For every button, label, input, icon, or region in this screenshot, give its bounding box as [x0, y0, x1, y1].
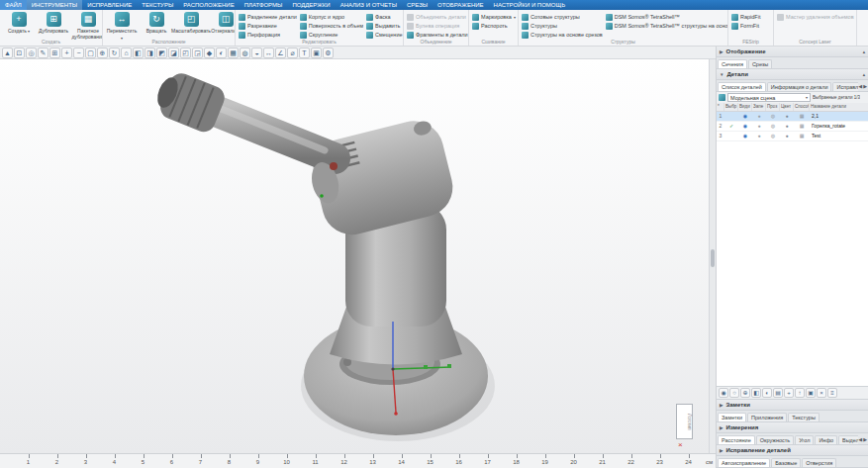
offset-button[interactable]: Смещение	[366, 31, 403, 39]
circle-select-icon[interactable]: ◎	[26, 47, 37, 58]
axis-handle[interactable]	[424, 365, 428, 369]
chamfer-button[interactable]: Фаска	[366, 13, 403, 21]
transparency-mode-icon[interactable]: ◍	[240, 47, 250, 58]
export-part-icon[interactable]: ↑	[795, 388, 805, 398]
tab[interactable]: Окружность	[756, 435, 794, 444]
3d-viewport[interactable]: Логотип ×	[0, 59, 709, 453]
honeycomb-structures-button[interactable]: Сотовые структуры	[522, 13, 603, 21]
section-header-display[interactable]: ▶ Отображение ▴	[717, 47, 868, 57]
tab[interactable]: Срезы	[748, 59, 772, 68]
menu-tab[interactable]: АНАЛИЗ И ОТЧЕТЫ	[336, 0, 402, 10]
tab[interactable]: Список деталей	[718, 82, 766, 91]
back-view-icon[interactable]: ◨	[145, 47, 155, 58]
tab[interactable]: Заметки	[718, 413, 746, 421]
section-header-measurements[interactable]: ▶ Измерения	[717, 422, 868, 433]
hide-parts-icon[interactable]: ○	[729, 388, 739, 398]
zoom-to-parts-icon[interactable]: ⊕	[740, 388, 750, 398]
measure-angle-icon[interactable]: ∠	[275, 47, 286, 58]
section-view-icon[interactable]: ◒	[251, 47, 262, 58]
text-annotation-icon[interactable]: T	[299, 47, 310, 58]
new-part-button[interactable]: + Создать ▾	[3, 11, 35, 35]
menu-tab[interactable]: СРЕЗЫ	[402, 0, 433, 10]
tab[interactable]: Текстуры	[788, 413, 820, 421]
menu-tab[interactable]: НАСТРОЙКИ И ПОМОЩЬ	[489, 0, 571, 10]
scrollbar-handle[interactable]	[711, 249, 715, 267]
tab[interactable]: Инфо	[815, 435, 837, 444]
split-part-button[interactable]: Разделение детали	[239, 13, 297, 21]
tab-scroll-right-icon[interactable]: ▶	[863, 82, 867, 91]
settings-icon[interactable]: ⚙	[323, 47, 334, 58]
measure-radius-icon[interactable]: ⌀	[287, 47, 298, 58]
label-button[interactable]: Маркировка▾	[472, 13, 516, 21]
part-color-icon[interactable]: ●	[780, 132, 794, 140]
add-part-icon[interactable]: +	[784, 388, 794, 398]
duplicate-button[interactable]: ⊞ Дублировать	[38, 11, 69, 34]
part-transparency-icon[interactable]: ◍	[766, 112, 780, 121]
tab[interactable]: Сечения	[718, 59, 747, 68]
part-lock-icon[interactable]: ●	[752, 112, 766, 121]
rapidfit-button[interactable]: RapidFit	[731, 13, 760, 21]
fit-view-icon[interactable]: ▢	[85, 47, 96, 58]
menu-tab[interactable]: ИСПРАВЛЕНИЕ	[82, 0, 137, 10]
part-row[interactable]: 3 ◉ ● ◍ ● ▦ Test	[717, 132, 868, 141]
duplicate-part-icon[interactable]: ▣	[806, 388, 816, 398]
boolean-button[interactable]: Булева операция	[407, 22, 468, 30]
tab[interactable]: Расстояние	[718, 435, 755, 444]
pan-view-icon[interactable]: ⊕	[97, 47, 108, 58]
mirror-button[interactable]: ◫ Отзеркалить	[210, 11, 236, 34]
part-select-checkbox[interactable]: ✓	[724, 122, 738, 131]
home-view-icon[interactable]: ⌂	[121, 47, 132, 58]
bottom-view-icon[interactable]: ◲	[192, 47, 203, 58]
part-visible-icon[interactable]: ◉	[738, 122, 752, 131]
menu-tab[interactable]: ПОДДЕРЖКИ	[287, 0, 335, 10]
section-header-parts[interactable]: ▼ Детали ▴	[717, 69, 868, 80]
tab[interactable]: Автоисправление	[718, 458, 770, 467]
tab-scroll-left-icon[interactable]: ◀	[858, 82, 862, 91]
batch-duplicate-button[interactable]: ▦ Пакетное дублирование	[72, 11, 103, 40]
menu-tab[interactable]: ПЛАТФОРМЫ	[240, 0, 288, 10]
measure-distance-icon[interactable]: ↔	[263, 47, 274, 58]
scene-dropdown[interactable]: Модельная сцена ▾	[727, 93, 811, 102]
tab[interactable]: Базовые	[771, 458, 801, 467]
part-color-icon[interactable]: ●	[780, 112, 794, 121]
lock-parts-icon[interactable]: ◧	[751, 388, 761, 398]
column-header[interactable]: Способ	[794, 103, 810, 111]
collapse-icon[interactable]: ▴	[863, 49, 865, 54]
perforate-button[interactable]: Перфорация	[239, 31, 297, 39]
tab[interactable]: Выделенный	[838, 435, 858, 444]
surface-to-solid-button[interactable]: Поверхность в объем	[300, 22, 363, 30]
tab-scroll-right-icon[interactable]: ▶	[863, 435, 867, 444]
part-transparency-icon[interactable]: ◍	[766, 132, 780, 140]
part-properties-icon[interactable]: ≡	[827, 388, 837, 398]
column-header[interactable]: Проз	[766, 103, 780, 111]
rip-button[interactable]: Распороть	[472, 22, 516, 30]
shell-core-button[interactable]: Корпус и ядро	[300, 13, 363, 21]
cut-button[interactable]: Разрезание	[239, 22, 297, 30]
column-header[interactable]: *	[717, 103, 724, 111]
extrude-button[interactable]: Выдавить	[366, 22, 403, 30]
section-header-fix-parts[interactable]: ▶ Исправление деталей	[717, 445, 868, 456]
delete-part-icon[interactable]: ×	[817, 388, 826, 398]
tetrashell-slice-structures-button[interactable]: DSM Somos® TetraShell™ структуры на осно…	[606, 22, 728, 30]
structures-button[interactable]: Структуры	[522, 22, 603, 30]
top-view-icon[interactable]: ◰	[180, 47, 191, 58]
rotate-view-icon[interactable]: ↻	[109, 47, 120, 58]
front-view-icon[interactable]: ◧	[133, 47, 144, 58]
tab-scroll-left-icon[interactable]: ◀	[858, 435, 862, 444]
brush-select-icon[interactable]: ✎	[38, 47, 48, 58]
part-visible-icon[interactable]: ◉	[738, 132, 752, 140]
axis-handle[interactable]	[447, 364, 451, 368]
zoom-window-icon[interactable]: ⊞	[49, 47, 60, 58]
menu-tab[interactable]: ОТОБРАЖЕНИЕ	[433, 0, 488, 10]
part-color-icon[interactable]: ●	[780, 122, 794, 131]
zoom-out-icon[interactable]: −	[73, 47, 84, 58]
wireframe-mode-icon[interactable]: ▦	[228, 47, 239, 58]
tab[interactable]: Исправление	[832, 82, 858, 91]
left-view-icon[interactable]: ◩	[156, 47, 167, 58]
torch-model[interactable]	[150, 67, 495, 441]
formfit-button[interactable]: FormFit	[731, 22, 760, 30]
part-visible-icon[interactable]: ◉	[738, 112, 752, 121]
column-header[interactable]: Цвет	[780, 103, 794, 111]
color-parts-icon[interactable]: ◐	[762, 388, 772, 398]
menu-tab[interactable]: ИНСТРУМЕНТЫ	[27, 0, 82, 10]
